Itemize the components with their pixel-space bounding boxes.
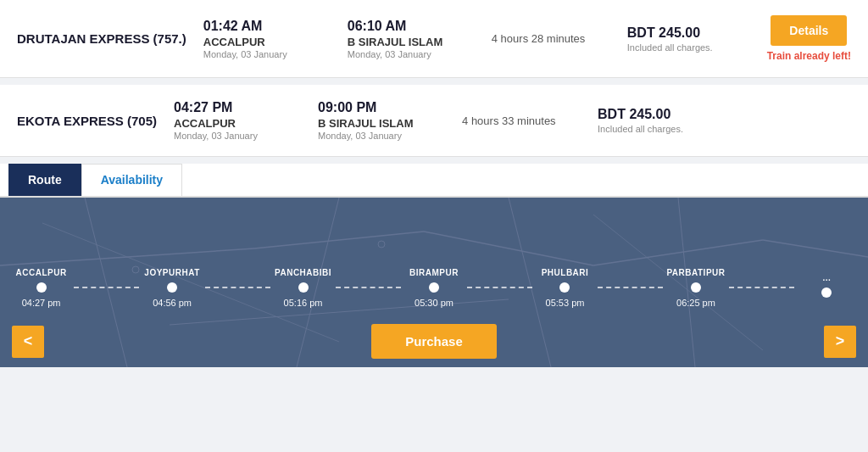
stop-time-0: 04:27 pm	[22, 298, 61, 308]
train-name-2: EKOTA EXPRESS (705)	[17, 114, 157, 128]
departure-block-2: 04:27 PM ACCALPUR Monday, 03 January	[174, 100, 301, 141]
duration-1: 4 hours 28 minutes	[492, 32, 610, 45]
departure-time-1: 01:42 AM	[203, 19, 331, 34]
arrival-block-1: 06:10 AM B SIRAJUL ISLAM Monday, 03 Janu…	[348, 19, 475, 59]
route-timeline: ACCALPUR 04:27 pm JOYPURHAT 04:56 pm PAN…	[8, 268, 860, 308]
stop-dot-1	[167, 282, 177, 293]
duration-2: 4 hours 33 minutes	[462, 114, 581, 127]
departure-time-2: 04:27 PM	[174, 100, 301, 115]
station-stop-0: ACCALPUR 04:27 pm	[8, 268, 74, 308]
tab-route[interactable]: Route	[8, 164, 81, 196]
train-name-1: DRUTAJAN EXPRESS (757.)	[17, 31, 186, 46]
action-block-1: Details Train already left!	[767, 15, 851, 62]
stop-dot-2	[298, 282, 309, 293]
station-stop-4: PHULBARI 05:53 pm	[532, 268, 598, 308]
stop-dot-5	[691, 282, 701, 293]
stop-label-1: JOYPURHAT	[144, 268, 199, 277]
stop-dot-4	[559, 282, 570, 293]
stop-time-2: 05:16 pm	[284, 298, 323, 308]
train-card-1: DRUTAJAN EXPRESS (757.) 01:42 AM ACCALPU…	[0, 0, 868, 78]
price-block-2: BDT 245.00 Included all charges.	[598, 107, 758, 134]
departure-station-2: ACCALPUR	[174, 117, 301, 130]
stop-label-4: PHULBARI	[542, 268, 589, 277]
stop-label-6: ...	[823, 273, 832, 282]
stop-time-4: 05:53 pm	[546, 298, 585, 308]
price-2: BDT 245.00	[598, 107, 758, 122]
departure-station-1: ACCALPUR	[203, 36, 331, 48]
arrival-date-1: Monday, 03 January	[348, 49, 475, 59]
route-line-3	[467, 287, 532, 288]
status-message-1: Train already left!	[767, 50, 851, 62]
arrival-station-1: B SIRAJUL ISLAM	[348, 36, 475, 48]
departure-date-1: Monday, 03 January	[203, 49, 331, 59]
stop-dot-0	[36, 282, 47, 293]
stop-time-3: 05:30 pm	[415, 298, 453, 308]
svg-line-3	[593, 240, 763, 265]
price-note-1: Included all charges.	[627, 42, 750, 53]
route-line-4	[598, 287, 663, 288]
stop-label-3: BIRAMPUR	[409, 268, 459, 277]
svg-line-2	[424, 232, 593, 265]
price-1: BDT 245.00	[627, 25, 750, 41]
tab-availability[interactable]: Availability	[81, 164, 182, 196]
stop-time-5: 06:25 pm	[676, 298, 715, 308]
route-line-2	[336, 287, 401, 288]
station-stop-2: PANCHABIBI 05:16 pm	[270, 268, 336, 308]
svg-line-1	[254, 232, 424, 248]
stop-label-0: ACCALPUR	[16, 268, 67, 277]
departure-date-2: Monday, 03 January	[174, 131, 301, 141]
arrival-date-2: Monday, 03 January	[318, 131, 445, 141]
stop-dot-6	[821, 287, 832, 298]
tabs-bar: Route Availability	[0, 164, 868, 198]
details-button-1[interactable]: Details	[771, 15, 847, 46]
stop-label-5: PARBATIPUR	[666, 268, 725, 277]
bottom-bar: < Purchase >	[0, 315, 868, 367]
svg-line-4	[763, 240, 868, 257]
arrival-station-2: B SIRAJUL ISLAM	[318, 117, 445, 130]
price-block-1: BDT 245.00 Included all charges.	[627, 25, 750, 53]
arrival-time-1: 06:10 AM	[348, 19, 475, 34]
arrival-block-2: 09:00 PM B SIRAJUL ISLAM Monday, 03 Janu…	[318, 100, 445, 141]
station-stop-3: BIRAMPUR 05:30 pm	[401, 268, 466, 308]
price-note-2: Included all charges.	[598, 124, 758, 134]
route-line-5	[729, 287, 794, 288]
stop-dot-3	[429, 282, 439, 293]
stop-label-2: PANCHABIBI	[275, 268, 331, 277]
purchase-button[interactable]: Purchase	[371, 324, 497, 359]
next-button[interactable]: >	[824, 326, 856, 358]
train-card-2: EKOTA EXPRESS (705) 04:27 PM ACCALPUR Mo…	[0, 85, 868, 157]
station-stop-6: ...	[794, 273, 860, 303]
prev-button[interactable]: <	[12, 326, 44, 358]
arrival-time-2: 09:00 PM	[318, 100, 445, 115]
route-line-1	[205, 287, 270, 288]
svg-point-13	[378, 241, 385, 248]
departure-block-1: 01:42 AM ACCALPUR Monday, 03 January	[203, 19, 331, 59]
station-stop-5: PARBATIPUR 06:25 pm	[663, 268, 728, 308]
stop-time-1: 04:56 pm	[153, 298, 192, 308]
map-section: ACCALPUR 04:27 pm JOYPURHAT 04:56 pm PAN…	[0, 198, 868, 367]
route-line-0	[74, 287, 139, 288]
station-stop-1: JOYPURHAT 04:56 pm	[139, 268, 204, 308]
